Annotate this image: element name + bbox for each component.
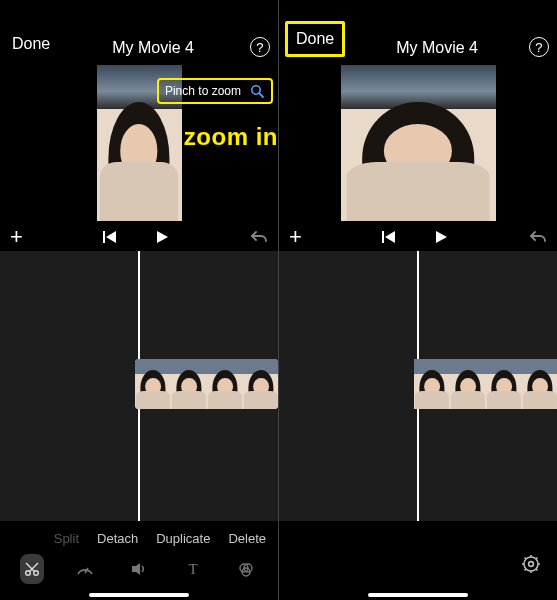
play-button[interactable] [433, 229, 449, 245]
svg-rect-2 [103, 231, 105, 243]
undo-button[interactable] [250, 230, 268, 244]
right-screen: Done My Movie 4 ? + [278, 0, 557, 600]
preview-area[interactable] [279, 65, 557, 223]
filters-tool[interactable] [234, 554, 258, 584]
svg-text:T: T [188, 561, 197, 577]
duplicate-action[interactable]: Duplicate [156, 531, 210, 546]
play-button[interactable] [154, 229, 170, 245]
video-clip[interactable] [135, 359, 278, 409]
svg-line-24 [525, 558, 527, 560]
titles-tool[interactable]: T [181, 554, 205, 584]
settings-button[interactable] [521, 554, 541, 578]
svg-marker-17 [436, 231, 447, 243]
timeline[interactable] [279, 251, 557, 521]
scissors-tool[interactable] [20, 554, 44, 584]
header: Done My Movie 4 ? [279, 0, 557, 65]
delete-action[interactable]: Delete [228, 531, 266, 546]
split-action: Split [54, 531, 79, 546]
help-button[interactable]: ? [529, 37, 549, 57]
skip-back-button[interactable] [102, 230, 118, 244]
detach-action[interactable]: Detach [97, 531, 138, 546]
undo-button[interactable] [529, 230, 547, 244]
preview-area[interactable]: Pinch to zoom zoom in [0, 65, 278, 223]
video-clip[interactable] [414, 359, 557, 409]
svg-line-1 [259, 93, 263, 97]
svg-line-25 [536, 569, 538, 571]
transport-bar: + [0, 223, 278, 251]
clip-edit-actions: Split Detach Duplicate Delete [54, 531, 266, 546]
edit-toolbar: T [0, 552, 278, 586]
volume-tool[interactable] [127, 554, 151, 584]
zoom-in-overlay: zoom in [184, 123, 278, 151]
svg-line-27 [525, 569, 527, 571]
project-title: My Movie 4 [112, 39, 194, 57]
done-button[interactable]: Done [6, 31, 56, 57]
magnifier-icon [249, 83, 265, 99]
transport-bar: + [279, 223, 557, 251]
speed-tool[interactable] [74, 554, 98, 584]
svg-marker-16 [385, 231, 395, 243]
video-preview[interactable] [341, 65, 496, 221]
svg-point-19 [529, 562, 534, 567]
svg-rect-15 [382, 231, 384, 243]
project-title: My Movie 4 [396, 39, 478, 57]
svg-marker-4 [157, 231, 168, 243]
svg-line-26 [536, 558, 538, 560]
done-button[interactable]: Done [285, 21, 345, 57]
svg-marker-10 [132, 563, 140, 575]
help-button[interactable]: ? [250, 37, 270, 57]
left-screen: Done My Movie 4 ? Pinch to zoom zoom in … [0, 0, 278, 600]
svg-point-18 [524, 557, 538, 571]
home-indicator[interactable] [368, 593, 468, 597]
home-indicator[interactable] [89, 593, 189, 597]
svg-marker-3 [106, 231, 116, 243]
header: Done My Movie 4 ? [0, 0, 278, 65]
timeline[interactable] [0, 251, 278, 521]
add-media-button[interactable]: + [10, 226, 23, 248]
pinch-label: Pinch to zoom [165, 84, 241, 98]
add-media-button[interactable]: + [289, 226, 302, 248]
skip-back-button[interactable] [381, 230, 397, 244]
pinch-to-zoom-badge: Pinch to zoom [157, 78, 273, 104]
